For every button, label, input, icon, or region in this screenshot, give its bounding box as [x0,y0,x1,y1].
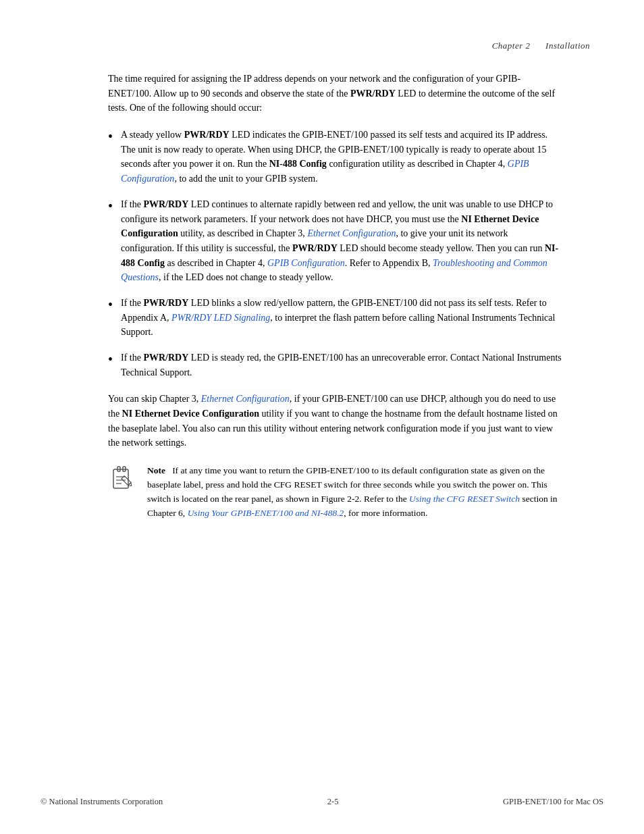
note-section: Note If at any time you want to return t… [108,464,563,521]
bullet-dot: • [108,349,113,370]
bullet-text: If the PWR/RDY LED blinks a slow red/yel… [121,296,563,340]
list-item: • If the PWR/RDY LED is steady red, the … [108,350,563,380]
cfg-reset-link[interactable]: Using the CFG RESET Switch [409,494,520,504]
footer-right: GPIB-ENET/100 for Mac OS [503,797,603,807]
page-footer: © National Instruments Corporation 2-5 G… [0,797,644,807]
pwr-rdy-link[interactable]: PWR/RDY LED Signaling [171,313,270,323]
intro-paragraph: The time required for assigning the IP a… [108,72,563,115]
note-label: Note [147,465,165,475]
header-chapter-section: Chapter 2 Installation [492,41,590,51]
bullet-text: A steady yellow PWR/RDY LED indicates th… [121,128,563,186]
bullet-dot: • [108,196,113,217]
page: Chapter 2 Installation The time required… [0,0,644,834]
ethernet-config-link-1[interactable]: Ethernet Configuration [307,228,396,238]
footer-left: © National Instruments Corporation [41,797,163,807]
page-header: Chapter 2 Installation [54,41,590,51]
list-item: • If the PWR/RDY LED blinks a slow red/y… [108,296,563,340]
list-item: • If the PWR/RDY LED continues to altern… [108,197,563,285]
ethernet-config-link-2[interactable]: Ethernet Configuration [201,394,290,404]
list-item: • A steady yellow PWR/RDY LED indicates … [108,128,563,186]
bullet-dot: • [108,126,113,147]
svg-rect-0 [113,469,128,488]
gpib-config-link-2[interactable]: GPIB Configuration [267,258,345,268]
bullet-text: If the PWR/RDY LED is steady red, the GP… [121,350,563,380]
svg-marker-7 [128,483,133,488]
bullet-text: If the PWR/RDY LED continues to alternat… [121,197,563,285]
note-icon [108,465,138,495]
note-content: Note If at any time you want to return t… [147,464,563,521]
bullet-dot: • [108,294,113,315]
footer-center: 2-5 [327,797,339,807]
main-content: The time required for assigning the IP a… [108,72,563,521]
skip-paragraph: You can skip Chapter 3, Ethernet Configu… [108,392,563,450]
using-your-link[interactable]: Using Your GPIB-ENET/100 and NI-488.2 [188,508,344,518]
bullet-list: • A steady yellow PWR/RDY LED indicates … [108,128,563,380]
